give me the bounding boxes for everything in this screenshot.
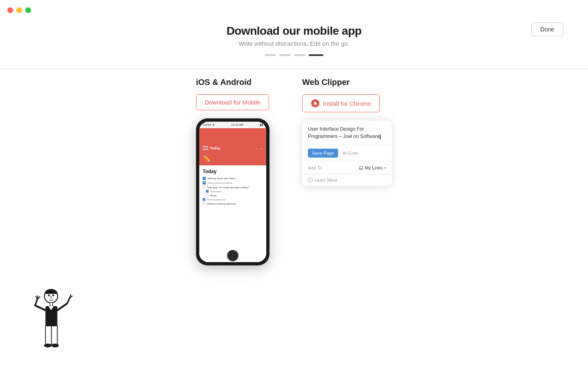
doc-icon	[203, 177, 206, 180]
task-item: Rain-coat	[206, 190, 263, 193]
task-item: Meeting Notes with David	[203, 177, 263, 180]
checkbox-icon	[203, 186, 205, 189]
svg-rect-22	[53, 344, 58, 346]
carrier-text: Carrier ▼	[203, 123, 215, 127]
svg-line-14	[67, 298, 69, 304]
clipper-add-to-row: Add To 🗂 My Links ▾	[302, 161, 392, 174]
task-text: Rain gear. Or maybe get them at Muji?	[207, 186, 249, 189]
my-links-text: My Links	[365, 165, 383, 170]
chrome-section: Web Clipper Install for Chrome User Inte…	[302, 78, 392, 265]
clipper-card: User Interface Design For Programmers – …	[302, 120, 392, 186]
learn-more-text[interactable]: Learn More	[314, 178, 337, 183]
minimize-button[interactable]	[16, 7, 22, 13]
traffic-lights	[7, 7, 31, 13]
my-links-badge[interactable]: 🗂 My Links ▾	[358, 165, 386, 171]
save-page-button[interactable]: Save Page	[308, 149, 338, 158]
clipper-input-area: User Interface Design For Programmers – …	[302, 120, 392, 145]
clipper-save-row: Save Page ⌘+Enter	[302, 145, 392, 161]
svg-rect-20	[45, 344, 50, 346]
links-emoji: 🗂	[358, 165, 363, 171]
progress-dot-1	[265, 54, 276, 56]
chevron-down-icon: ▾	[384, 166, 386, 170]
progress-dot-3	[294, 54, 305, 56]
mobile-section-title: iOS & Android	[196, 78, 252, 87]
header: Download our mobile app Write without di…	[0, 16, 588, 56]
phone-screen: Carrier ▼ 12:14 AM ▮▮ Today ··· ⌕	[199, 122, 266, 262]
task-text: Review passport	[207, 198, 225, 201]
keyboard-shortcut: ⌘+Enter	[342, 151, 359, 156]
page-title: Download our mobile app	[227, 24, 362, 38]
clipper-title-text: User Interface Design For Programmers – …	[308, 125, 386, 140]
phone-header-actions: ··· ⌕	[255, 147, 263, 150]
checkbox-checked-icon	[206, 190, 209, 193]
download-mobile-button[interactable]: Download for Mobile	[196, 94, 269, 110]
task-item: Review passport	[203, 198, 263, 201]
illustration-character	[24, 285, 78, 367]
phone-status-bar: Carrier ▼ 12:14 AM ▮▮	[199, 122, 266, 128]
svg-line-9	[35, 299, 37, 305]
mobile-section: iOS & Android Download for Mobile Carrie…	[196, 78, 270, 265]
task-text: Product roadmap planning	[207, 203, 236, 205]
clipper-learn-more-row: ? Learn More	[302, 174, 392, 186]
phone-mockup: Carrier ▼ 12:14 AM ▮▮ Today ··· ⌕	[196, 118, 270, 265]
task-text: Extra snacks for hiking	[207, 182, 232, 184]
task-item: Boots	[206, 194, 263, 197]
chrome-icon	[311, 99, 320, 108]
header-divider	[0, 69, 588, 69]
task-text: Boots	[210, 194, 216, 197]
task-text: Rain-coat	[210, 190, 221, 193]
time-text: 12:14 AM	[231, 123, 243, 127]
phone-app-header: Today ··· ⌕	[199, 128, 266, 153]
maximize-button[interactable]	[25, 7, 31, 13]
checkbox-icon	[203, 202, 205, 205]
page-subtitle: Write without distractions. Edit on the …	[238, 40, 350, 47]
svg-point-4	[48, 294, 50, 296]
doc-icon	[203, 181, 206, 185]
menu-icon	[203, 146, 208, 150]
main-content: iOS & Android Download for Mobile Carrie…	[0, 78, 588, 265]
pencil-icon: ✏️	[203, 155, 211, 162]
battery-text: ▮▮	[260, 123, 263, 127]
task-item: Extra snacks for hiking	[203, 181, 263, 185]
checkbox-icon	[206, 194, 209, 197]
chrome-section-title: Web Clipper	[302, 78, 350, 87]
svg-point-5	[52, 294, 54, 296]
svg-rect-6	[50, 303, 52, 306]
svg-line-13	[57, 303, 67, 310]
svg-line-8	[35, 305, 45, 310]
progress-dot-4	[309, 54, 323, 56]
close-button[interactable]	[7, 7, 13, 13]
task-item: Rain gear. Or maybe get them at Muji?	[203, 186, 263, 189]
phone-home-button	[227, 250, 238, 261]
progress-dot-2	[279, 54, 291, 56]
phone-hero-area: ✏️	[199, 153, 266, 165]
add-to-label: Add To	[308, 165, 322, 170]
task-text: Meeting Notes with David	[207, 177, 235, 180]
progress-indicator	[265, 54, 323, 56]
install-chrome-button[interactable]: Install for Chrome	[302, 94, 380, 112]
svg-point-2	[314, 102, 316, 105]
help-icon: ?	[308, 178, 313, 183]
phone-app-title: Today	[210, 146, 220, 150]
phone-today-title: Today	[203, 169, 263, 174]
text-cursor	[380, 134, 381, 139]
task-item: Product roadmap planning	[203, 202, 263, 205]
checkbox-checked-icon	[203, 198, 205, 201]
phone-body: Today Meeting Notes with David Extra sna…	[199, 165, 266, 262]
